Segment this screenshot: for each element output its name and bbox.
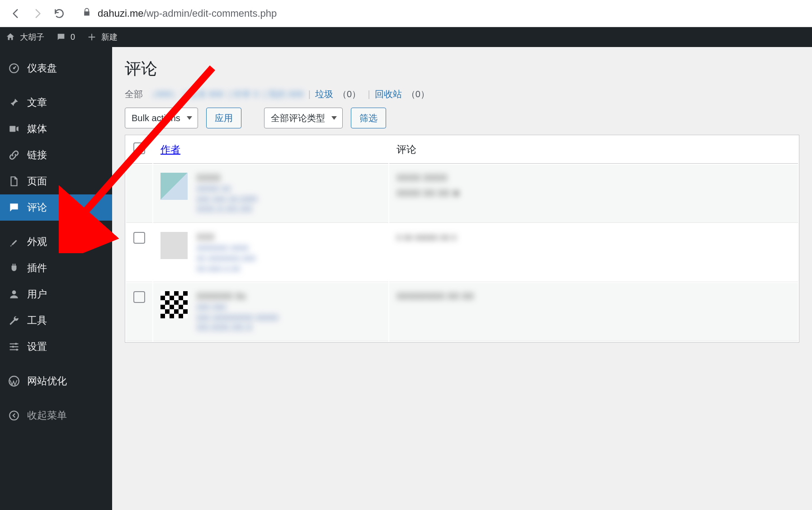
sidebar-item-label: 评论	[27, 201, 47, 214]
avatar	[161, 291, 188, 318]
redacted-meta: XX.XXX.XX.X	[197, 322, 279, 333]
sidebar-item-label: 用户	[27, 288, 47, 301]
redacted-meta: xxx xxxxxxxxx xxxxx	[197, 312, 279, 322]
sidebar-item-users[interactable]: 用户	[0, 281, 112, 307]
redacted-meta: xxx xxx	[197, 302, 279, 312]
avatar	[161, 232, 188, 259]
comment-icon	[8, 202, 20, 213]
redacted-comment: XXXX XXXX	[397, 173, 791, 183]
sidebar-item-plugins[interactable]: 插件	[0, 255, 112, 281]
comment-status-filters: 全部 （888） | 批准 888 | 待审 0 | 我的 888 | 垃圾 （…	[125, 88, 799, 100]
reload-button[interactable]	[52, 7, 66, 20]
sidebar-item-label: 媒体	[27, 122, 47, 136]
redacted-comment: x xx xxxxx xx x	[397, 232, 791, 242]
sidebar-item-settings[interactable]: 设置	[0, 334, 112, 360]
row-checkbox[interactable]	[133, 291, 145, 303]
lock-icon	[82, 8, 91, 19]
link-icon	[8, 149, 20, 161]
sidebar-item-label: 设置	[27, 340, 47, 354]
plug-icon	[8, 262, 20, 274]
page-title: 评论	[125, 58, 799, 80]
sidebar-item-comments[interactable]: 评论	[0, 194, 112, 221]
svg-point-1	[13, 67, 15, 69]
user-icon	[8, 288, 20, 300]
redacted-meta: xxxxx xx	[197, 183, 257, 194]
comment-row: XXXX xxxxx xx xxx xxx xx.com XXX.X.XX.XX…	[126, 165, 798, 223]
filter-button[interactable]: 筛选	[351, 108, 386, 128]
sidebar-item-label: 工具	[27, 314, 47, 327]
wordpress-icon	[8, 375, 20, 387]
redacted-author: XXXX	[197, 173, 257, 183]
comment-row: XXXXXX Xx xxx xxx xxx xxxxxxxxx xxxxx XX…	[126, 283, 798, 341]
collapse-icon	[8, 410, 20, 421]
filter-trash-count: （0）	[406, 88, 430, 100]
redacted-filter: | 我的 888	[263, 88, 304, 100]
sidebar-item-label: 插件	[27, 261, 47, 275]
sidebar-item-label: 页面	[27, 175, 47, 188]
media-icon	[8, 123, 20, 135]
apply-button[interactable]: 应用	[206, 108, 241, 128]
svg-point-8	[9, 411, 19, 420]
adminbar-comments[interactable]: 0	[56, 32, 75, 42]
redacted-meta: xxx xxx xx.com	[197, 194, 257, 204]
redacted-author: XXX	[197, 232, 256, 242]
svg-rect-2	[9, 126, 15, 132]
sidebar-item-label: 链接	[27, 148, 47, 162]
comment-type-select[interactable]: 全部评论类型	[264, 108, 343, 128]
redacted-meta: xxxxxxx xxxx	[197, 242, 256, 253]
filter-spam[interactable]: 垃圾	[315, 88, 333, 100]
forward-button[interactable]	[31, 7, 44, 20]
tablenav-top: Bulk actions 应用 全部评论类型 筛选	[125, 108, 799, 128]
sidebar-item-links[interactable]: 链接	[0, 142, 112, 168]
page-icon	[8, 175, 20, 187]
filter-trash[interactable]: 回收站	[375, 88, 402, 100]
bulk-actions-select[interactable]: Bulk actions	[125, 108, 198, 128]
select-all-checkbox[interactable]	[133, 142, 145, 154]
admin-sidebar: 仪表盘 文章 媒体 链接 页面 评论 外观 插件	[0, 47, 112, 510]
filter-spam-count: （0）	[338, 88, 361, 100]
sidebar-item-label: 文章	[27, 96, 47, 109]
row-checkbox[interactable]	[133, 232, 145, 244]
admin-bar: 大胡子 0 新建	[0, 27, 812, 47]
sidebar-item-pages[interactable]: 页面	[0, 168, 112, 194]
adminbar-new[interactable]: 新建	[87, 32, 118, 42]
sidebar-item-label: 仪表盘	[27, 61, 57, 75]
back-button[interactable]	[9, 7, 23, 20]
url-text: dahuzi.me/wp-admin/edit-comments.php	[98, 8, 277, 19]
pin-icon	[8, 97, 20, 109]
redacted-meta: XXX.X.XX.XX	[197, 204, 257, 214]
avatar	[161, 173, 188, 200]
url-bar[interactable]: dahuzi.me/wp-admin/edit-comments.php	[82, 8, 277, 19]
brush-icon	[8, 236, 20, 248]
sidebar-item-media[interactable]: 媒体	[0, 116, 112, 142]
gauge-icon	[8, 62, 20, 74]
column-comment: 评论	[389, 136, 798, 164]
sidebar-item-posts[interactable]: 文章	[0, 90, 112, 116]
adminbar-site[interactable]: 大胡子	[5, 32, 44, 42]
svg-point-4	[15, 343, 17, 345]
svg-point-6	[16, 349, 18, 350]
adminbar-comment-count: 0	[71, 33, 75, 42]
column-author[interactable]: 作者	[161, 144, 180, 155]
adminbar-site-label: 大胡子	[20, 32, 44, 42]
redacted-meta: xx xxxxxxx.xxx	[197, 253, 256, 263]
sidebar-item-site-optimization[interactable]: 网站优化	[0, 368, 112, 394]
redacted-filter: （888） | 批准 888	[147, 88, 224, 100]
wrench-icon	[8, 315, 20, 326]
sidebar-item-tools[interactable]: 工具	[0, 307, 112, 334]
redacted-comment: XXXX XX XX ★	[397, 188, 791, 198]
adminbar-new-label: 新建	[101, 32, 118, 42]
svg-point-3	[12, 290, 16, 294]
redacted-comment: XXXXXXXX XX XX	[397, 291, 791, 302]
browser-chrome: dahuzi.me/wp-admin/edit-comments.php	[0, 0, 812, 27]
main-content: 评论 全部 （888） | 批准 888 | 待审 0 | 我的 888 | 垃…	[112, 47, 812, 510]
sidebar-item-label: 外观	[27, 235, 47, 249]
comments-table: 作者 评论 XXXX xxxxx xx xxx xxx xx.com XXX.X…	[125, 135, 799, 343]
sidebar-item-dashboard[interactable]: 仪表盘	[0, 55, 112, 81]
redacted-author: XXXXXX Xx	[197, 291, 279, 302]
sidebar-collapse[interactable]: 收起菜单	[0, 402, 112, 429]
redacted-filter: | 待审 0	[228, 88, 259, 100]
sliders-icon	[8, 341, 20, 353]
comment-row: XXX xxxxxxx xxxx xx xxxxxxx.xxx xx.xxx.x…	[126, 224, 798, 282]
sidebar-item-appearance[interactable]: 外观	[0, 229, 112, 255]
